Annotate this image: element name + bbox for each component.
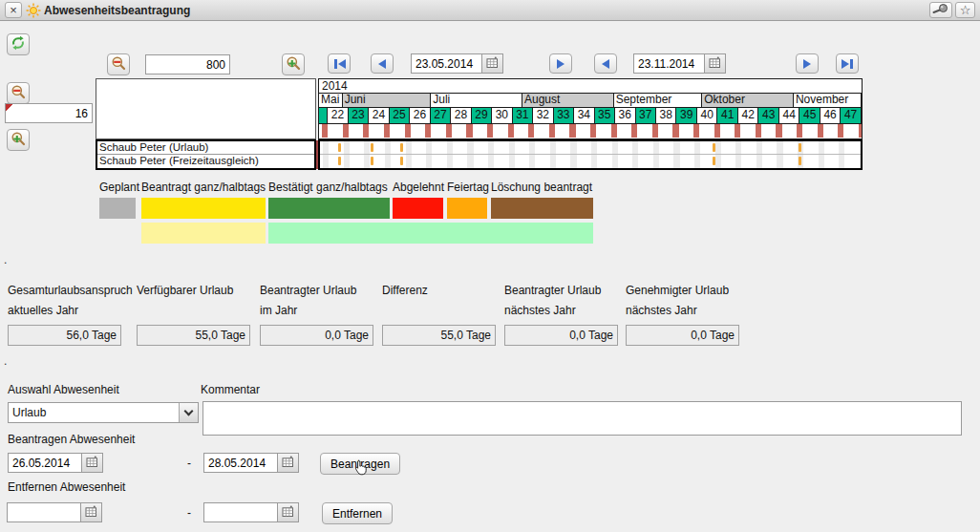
week-cell[interactable]: 30 [492, 108, 512, 123]
week-cell[interactable]: 45 [799, 108, 820, 123]
row-zoom-out-button[interactable] [7, 82, 30, 104]
week-cell[interactable]: 41 [717, 108, 737, 123]
remove-to-calendar-button[interactable] [278, 502, 299, 522]
week-cell[interactable]: 34 [574, 108, 594, 123]
range-dash: - [184, 506, 194, 520]
summary-label-line1: Gesamturlaubsanspruch [8, 284, 133, 297]
summary-label-line1: Beantragter Urlaub [260, 284, 356, 297]
row-height-field[interactable] [5, 103, 93, 123]
request-submit-button[interactable]: Beantragen [320, 453, 400, 475]
favorite-button[interactable]: ☆ [955, 2, 975, 18]
summary-label-line2: nächstes Jahr [504, 304, 576, 317]
nav-next-to-button[interactable] [796, 53, 819, 74]
weekend-bar [797, 124, 802, 138]
weekend-bar [384, 124, 390, 138]
remove-to-field[interactable] [203, 502, 278, 522]
pin-button[interactable] [929, 2, 952, 18]
weekend-bar [363, 124, 369, 138]
week-cell[interactable]: 22 [328, 108, 348, 123]
holiday-tick [713, 143, 715, 152]
week-cell[interactable]: 26 [410, 108, 430, 123]
nav-first-button[interactable] [328, 53, 351, 74]
weekend-bar [569, 124, 575, 138]
weekend-bar [672, 124, 678, 138]
absence-type-select[interactable]: Urlaub [8, 402, 199, 423]
week-cell[interactable]: 36 [615, 108, 635, 123]
nav-next-from-button[interactable] [549, 53, 572, 74]
bar-icon [850, 59, 853, 69]
week-cell[interactable]: 28 [451, 108, 471, 123]
nav-prev-to-button[interactable] [594, 53, 617, 74]
row-labels-box: Schaub Peter (Urlaub)Schaub Peter (Freiz… [96, 139, 316, 170]
date-from-calendar-button[interactable] [482, 53, 503, 74]
row-zoom-in-button[interactable] [7, 129, 30, 151]
refresh-button[interactable] [7, 33, 30, 55]
date-to-field[interactable] [633, 53, 705, 74]
week-cell[interactable]: 46 [820, 108, 841, 123]
month-cell: August [522, 94, 614, 107]
week-cell[interactable]: 29 [472, 108, 492, 123]
legend-label: Beantragt ganz/halbtags [141, 181, 266, 194]
weekend-bar [631, 124, 637, 138]
week-cell[interactable]: 35 [595, 108, 615, 123]
week-cell[interactable]: 23 [349, 108, 369, 123]
week-cell[interactable]: 43 [758, 108, 778, 123]
week-cell[interactable]: 40 [697, 108, 717, 123]
week-cell[interactable]: 39 [676, 108, 696, 123]
week-cell[interactable]: 32 [533, 108, 553, 123]
remove-from-calendar-button[interactable] [81, 502, 102, 522]
summary-value: 55,0 Tage [382, 325, 496, 346]
absence-request-window: × Abwesenheitsbeantragung ☆ [0, 0, 980, 532]
request-from-calendar-button[interactable] [82, 453, 103, 473]
request-from-field[interactable] [8, 453, 82, 473]
summary-label-line2: im Jahr [260, 304, 297, 317]
week-cell[interactable]: 27 [431, 108, 451, 123]
zoom-in-button[interactable] [282, 53, 305, 75]
request-to-field[interactable] [203, 453, 278, 473]
weekend-bar [756, 124, 761, 138]
legend-swatch-half [268, 223, 593, 244]
request-to-calendar-button[interactable] [278, 453, 299, 473]
timeline-row[interactable] [320, 141, 861, 155]
remove-from-group [7, 502, 102, 522]
week-cell[interactable]: 33 [554, 108, 574, 123]
calendar-icon [709, 56, 721, 72]
zoom-out-icon [11, 84, 26, 102]
remove-from-field[interactable] [7, 502, 81, 522]
nav-prev-from-button[interactable] [371, 53, 394, 74]
remove-submit-button[interactable]: Entfernen [322, 502, 393, 524]
week-cell[interactable]: 38 [656, 108, 676, 123]
legend-swatch [268, 198, 390, 219]
zoom-field[interactable] [145, 54, 230, 74]
weekend-bar [466, 124, 472, 138]
comment-label: Kommentar [201, 383, 260, 396]
week-cell[interactable]: 44 [779, 108, 799, 123]
chevron-down-icon [184, 406, 194, 415]
timeline-row-label[interactable]: Schaub Peter (Urlaub) [97, 141, 314, 155]
timeline-row-label[interactable]: Schaub Peter (Freizeitausgleich) [97, 155, 314, 168]
sun-icon [26, 3, 41, 21]
request-to-group [203, 453, 299, 473]
week-cell[interactable]: 31 [513, 108, 533, 123]
zoom-out-button[interactable] [107, 53, 130, 75]
summary-value: 0,0 Tage [504, 325, 618, 346]
date-to-calendar-button[interactable] [705, 53, 726, 74]
holiday-tick [371, 143, 373, 152]
week-cell[interactable]: 42 [738, 108, 758, 123]
date-from-field[interactable] [411, 53, 482, 74]
weekend-bar [405, 124, 411, 138]
close-button[interactable]: × [5, 2, 22, 18]
nav-last-button[interactable] [836, 53, 859, 74]
comment-textarea[interactable] [202, 401, 962, 436]
weekend-bar [343, 124, 349, 138]
week-cell[interactable]: 24 [369, 108, 389, 123]
weekend-bar [508, 124, 514, 138]
week-cell-partial[interactable] [319, 108, 328, 123]
timeline-row[interactable] [320, 155, 861, 168]
select-dropdown-button[interactable] [179, 403, 198, 422]
refresh-icon [11, 35, 26, 53]
week-cell[interactable]: 37 [636, 108, 656, 123]
week-cell[interactable]: 25 [390, 108, 410, 123]
week-cell[interactable]: 47 [841, 108, 861, 123]
legend-label: Geplant [99, 181, 139, 194]
